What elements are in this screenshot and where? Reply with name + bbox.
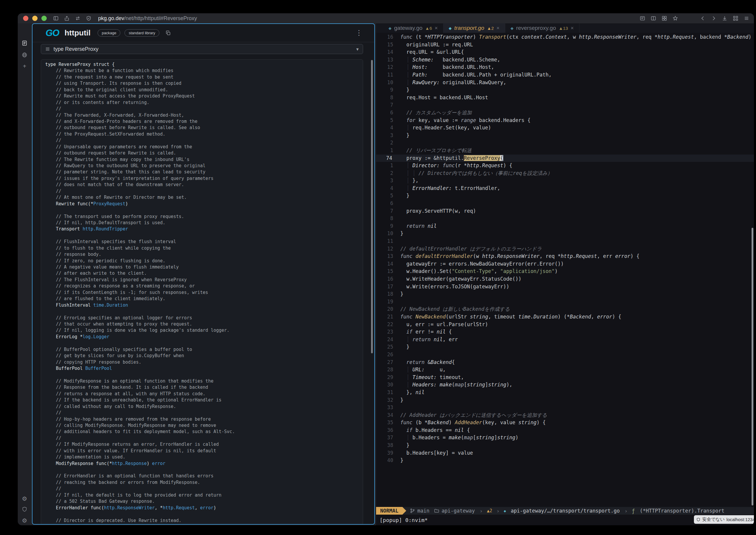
close-window-button[interactable] (23, 16, 28, 21)
doc-code-line: // Unparsable query parameters are remov… (45, 144, 363, 150)
close-tab-icon[interactable]: × (435, 25, 438, 31)
preferences-gear-icon[interactable]: ⚙ (21, 517, 28, 524)
split-view-icon[interactable] (650, 15, 657, 21)
line-number: 3 (376, 132, 393, 139)
settings-gear-icon[interactable]: ⚙ (21, 495, 28, 502)
editor-line: 20// NewBackend は新しいBackendを作成する (376, 305, 754, 313)
doc-code-line: // parameter string. Note that this can … (45, 169, 363, 175)
standard-library-badge[interactable]: standard library (125, 29, 159, 37)
sidebar-toggle-icon[interactable] (53, 15, 59, 21)
line-number: 25 (376, 343, 393, 351)
minimize-window-button[interactable] (32, 16, 38, 21)
doc-header: GO httputil package standard library ⋮ (33, 24, 374, 42)
new-tab-plus-icon[interactable]: + (21, 63, 28, 70)
editor-line: 6 (376, 200, 754, 208)
editor-line: 11 │ Path: backend.URL.Path + originalUR… (376, 71, 754, 79)
type-selector-dropdown[interactable]: type ReverseProxy ▾ (41, 44, 363, 54)
forward-icon[interactable] (711, 15, 717, 21)
kebab-menu-icon[interactable]: ⋮ (355, 29, 362, 37)
doc-code-line: // The Rewrite function may copy the inb… (45, 156, 363, 163)
privacy-shield-icon[interactable] (21, 506, 28, 513)
editor-line: 31 }, nil (376, 389, 754, 396)
doc-code-line: // ErrorLog specifies an optional logger… (45, 315, 363, 321)
tab-reverseproxy.go[interactable]: ◆reverseproxy.go▲13× (505, 23, 580, 33)
line-number: 23 (376, 328, 393, 336)
doc-code-line: // (45, 188, 363, 194)
project-name: api-gateway (441, 508, 475, 514)
editor-line: 38 } (376, 442, 754, 449)
line-number: 26 (376, 351, 393, 359)
doc-code-line: // If nil, the default is to log the pro… (45, 492, 363, 498)
url-bar[interactable]: pkg.go.dev/net/http/httputil#ReverseProx… (98, 15, 197, 21)
line-number: 24 (376, 336, 393, 344)
line-number: 32 (376, 396, 393, 404)
doc-code-line: // Director is deprecated. Use Rewrite i… (45, 518, 363, 524)
terminal-scrollbar[interactable] (752, 228, 753, 505)
line-number: 15 (376, 41, 393, 49)
line-number: 4 (376, 184, 393, 192)
doc-code-line: // that occur when attempting to proxy t… (45, 321, 363, 327)
tab-transport.go[interactable]: ◆transport.go▲2× (443, 23, 505, 33)
desktop: pkg.go.dev/net/http/httputil#ReverseProx… (0, 0, 756, 535)
tab-gateway.go[interactable]: ◆gateway.go▲6× (383, 23, 443, 33)
bookmark-star-icon[interactable] (672, 15, 679, 21)
doc-code-line (45, 340, 363, 346)
globe-icon[interactable] (21, 52, 28, 58)
line-number: 11 (376, 238, 393, 245)
editor-cursor-line: 74 proxy := &httputil.ReverseProxy{ (376, 155, 754, 162)
doc-code-line: // (45, 435, 363, 441)
doc-code-line: // At most one of Rewrite or Director ma… (45, 194, 363, 201)
line-number: 6 (376, 109, 393, 117)
doc-code-line: Rewrite func(*ProxyRequest) (45, 201, 363, 207)
line-number: 12 (376, 64, 393, 71)
editor-line: 1 // リバースプロキシで転送 (376, 147, 754, 155)
doc-code-line: // If the backend is unreachable, the op… (45, 397, 363, 403)
share-icon[interactable] (64, 15, 70, 21)
window-controls (23, 16, 47, 21)
doc-code-line: // called without any call to ModifyResp… (45, 404, 363, 410)
editor-line: 10 │ RawQuery: originalURL.RawQuery, (376, 79, 754, 87)
doc-code-line: // ErrorHandler is an optional function … (45, 473, 363, 479)
docs-scrollbar[interactable] (371, 60, 373, 353)
line-number: 3 (376, 177, 393, 184)
menu-icon[interactable] (743, 15, 750, 21)
docs-pane: GO httputil package standard library ⋮ t… (32, 23, 375, 525)
editor-line: 8 req.Host = backend.URL.Host (376, 94, 754, 101)
doc-code-line: // The transport used to perform proxy r… (45, 213, 363, 220)
close-tab-icon[interactable]: × (497, 25, 500, 31)
editor-line: 14 req.URL = &url.URL{ (376, 48, 754, 56)
editor-line: 9 return nil (376, 222, 754, 230)
doc-code-line: // the request into a new request to be … (45, 74, 363, 80)
doc-code-line: // calling ModifyResponse. ModifyRespons… (45, 422, 363, 429)
line-number: 21 (376, 313, 393, 321)
doc-code-line: // (45, 486, 363, 492)
line-number: 5 (376, 117, 393, 125)
copy-path-icon[interactable] (165, 30, 171, 36)
site-security-icon[interactable] (85, 15, 92, 21)
reading-list-icon[interactable] (639, 15, 646, 21)
line-number: 11 (376, 71, 393, 79)
mode-separator (402, 507, 406, 515)
doc-code-line: // issues if the proxy's interpretation … (45, 176, 363, 182)
doc-code-line: ErrorLog *log.Logger (45, 334, 363, 340)
doc-code-line: // If nil, logging is done via the log p… (45, 327, 363, 333)
doc-code-line: BufferPool BufferPool (45, 365, 363, 372)
back-icon[interactable] (700, 15, 706, 21)
package-badge[interactable]: package (98, 29, 120, 37)
apps-grid-icon[interactable] (732, 15, 739, 21)
doc-code-line: // and X-Forwarded-Proto headers are rem… (45, 119, 363, 125)
downloads-icon[interactable] (721, 15, 728, 21)
swap-tabs-icon[interactable] (75, 15, 81, 21)
zoom-window-button[interactable] (42, 16, 47, 21)
doc-code-line: Transport http.RoundTripper (45, 226, 363, 232)
editor-line: 37 │ b.Headers = make(map[string]string) (376, 434, 754, 442)
doc-code-line: ErrorHandler func(http.ResponseWriter, *… (45, 505, 363, 511)
extensions-icon[interactable] (661, 15, 668, 21)
line-number: 27 (376, 359, 393, 366)
doc-code-line (45, 233, 363, 239)
insecure-shield-icon (696, 518, 700, 522)
url-domain: pkg.go.dev (98, 15, 124, 21)
reader-doc-icon[interactable] (21, 40, 28, 46)
go-logo[interactable]: GO (45, 28, 59, 39)
close-tab-icon[interactable]: × (571, 25, 574, 31)
